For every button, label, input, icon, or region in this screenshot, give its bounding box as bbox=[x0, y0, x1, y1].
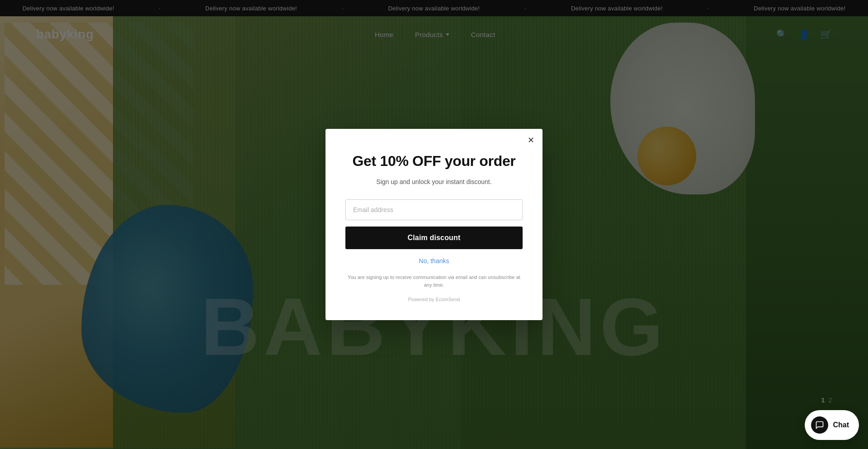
chat-widget[interactable]: Chat bbox=[805, 410, 859, 440]
claim-discount-button[interactable]: Claim discount bbox=[345, 227, 523, 249]
modal-overlay[interactable]: ✕ Get 10% OFF your order Sign up and unl… bbox=[0, 0, 868, 449]
modal-close-button[interactable]: ✕ bbox=[528, 136, 534, 144]
chat-icon bbox=[811, 416, 828, 434]
chat-label: Chat bbox=[833, 421, 849, 429]
modal-legal-text: You are signing up to receive communicat… bbox=[345, 274, 523, 289]
modal-powered-text: Powered by EcomSend bbox=[345, 297, 523, 302]
modal-title: Get 10% OFF your order bbox=[345, 152, 523, 170]
modal-subtitle: Sign up and unlock your instant discount… bbox=[345, 177, 523, 187]
no-thanks-link[interactable]: No, thanks bbox=[345, 257, 523, 265]
email-input[interactable] bbox=[345, 199, 523, 220]
discount-modal: ✕ Get 10% OFF your order Sign up and unl… bbox=[326, 129, 542, 320]
